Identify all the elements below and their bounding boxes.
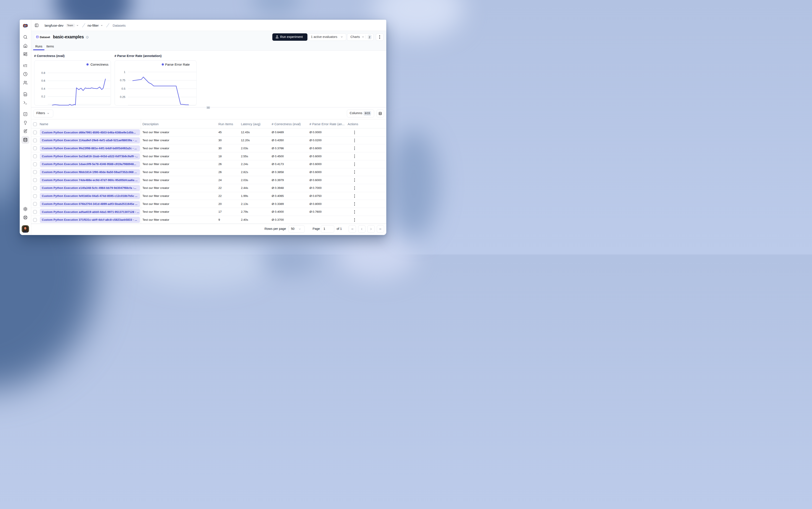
svg-text:0.8: 0.8 — [41, 71, 45, 74]
svg-text:Correctness: Correctness — [91, 62, 108, 66]
svg-text:0.2: 0.2 — [41, 95, 45, 98]
svg-text:0.25: 0.25 — [120, 95, 125, 99]
svg-text:0.75: 0.75 — [120, 79, 125, 82]
svg-text:1: 1 — [124, 70, 125, 73]
svg-text:0.4: 0.4 — [41, 87, 45, 90]
svg-text:0.5: 0.5 — [121, 87, 125, 90]
svg-text:Parse Error Rate: Parse Error Rate — [165, 62, 190, 66]
svg-text:0.6: 0.6 — [41, 79, 45, 82]
